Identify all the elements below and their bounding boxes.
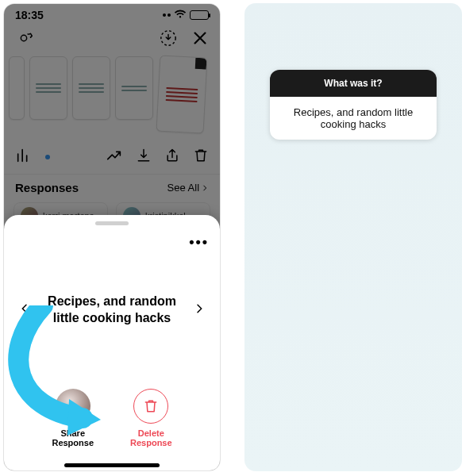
sheet-actions: ShareResponse DeleteResponse: [4, 389, 220, 448]
signal-dots-icon: [163, 13, 171, 17]
response-sheet: ••• Recipes, and random little cooking h…: [4, 215, 220, 470]
responses-header: Responses See All: [4, 176, 220, 202]
divider: [4, 174, 220, 175]
new-activity-dot: [45, 155, 50, 159]
trending-up-icon: [106, 147, 123, 164]
story-thumbnails[interactable]: [4, 53, 220, 140]
more-options-button[interactable]: •••: [189, 234, 209, 251]
top-toolbar: [4, 23, 220, 53]
status-icons: [163, 10, 209, 21]
home-indicator[interactable]: [64, 463, 160, 467]
prev-response-button[interactable]: [15, 299, 34, 321]
prompt-row: Recipes, and random little cooking hacks: [4, 225, 220, 327]
phone-left: 18:35: [3, 3, 221, 471]
question-prompt: What was it?: [270, 70, 437, 97]
close-button[interactable]: [188, 26, 212, 50]
save-story-button[interactable]: [156, 26, 180, 50]
see-all-button[interactable]: See All: [167, 182, 209, 194]
action-row: [4, 140, 220, 174]
delete-response-label: DeleteResponse: [130, 428, 172, 448]
close-icon: [191, 29, 209, 47]
story-thumb[interactable]: [115, 56, 153, 120]
response-text: Recipes, and random little cooking hacks: [37, 294, 187, 327]
plus-badge-icon: [79, 413, 92, 425]
share-response-button[interactable]: ShareResponse: [52, 389, 94, 448]
phone-right: What was it? Recipes, and random little …: [244, 3, 462, 471]
story-thumb-active[interactable]: [156, 55, 208, 133]
share-up-icon: [164, 147, 180, 164]
story-thumb[interactable]: [72, 56, 110, 120]
responses-title: Responses: [15, 181, 79, 194]
story-thumb[interactable]: [9, 56, 25, 120]
bar-chart-icon: [15, 147, 33, 164]
share-button[interactable]: [164, 147, 180, 167]
trash-icon: [193, 147, 209, 164]
wifi-icon: [174, 10, 187, 21]
delete-response-button[interactable]: DeleteResponse: [130, 389, 172, 448]
battery-icon: [190, 10, 209, 20]
clock-time: 18:35: [15, 9, 44, 21]
chevron-right-icon: [201, 184, 209, 192]
status-bar: 18:35: [4, 4, 220, 23]
next-response-button[interactable]: [190, 299, 209, 321]
chevron-right-icon: [193, 302, 206, 315]
gear-icon: [15, 29, 33, 47]
trash-icon: [143, 398, 159, 414]
download-button[interactable]: [136, 147, 152, 167]
question-sticker[interactable]: What was it? Recipes, and random little …: [270, 70, 437, 140]
promote-button[interactable]: [106, 147, 123, 167]
insights-button[interactable]: [15, 147, 33, 167]
responder-avatar: [56, 389, 90, 424]
download-icon: [136, 147, 152, 164]
story-thumb[interactable]: [29, 56, 67, 120]
question-answer: Recipes, and random little cooking hacks: [270, 97, 437, 140]
download-circle-icon: [160, 29, 177, 47]
chevron-left-icon: [18, 302, 31, 315]
see-all-label: See All: [167, 182, 199, 194]
share-response-label: ShareResponse: [52, 428, 94, 448]
settings-button[interactable]: [12, 26, 36, 50]
delete-button[interactable]: [193, 147, 209, 167]
